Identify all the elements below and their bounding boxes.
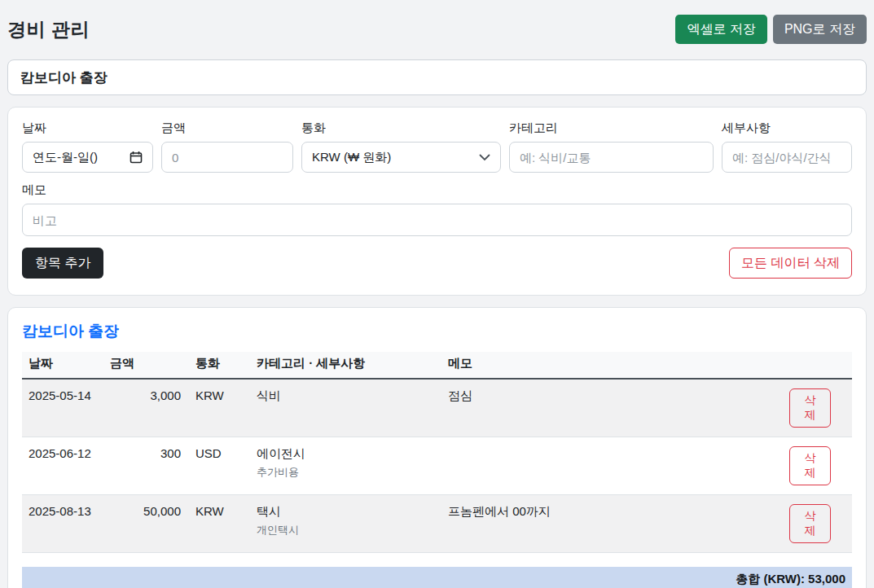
category-field-group: 카테고리 <box>509 121 714 173</box>
detail-field-group: 세부사항 <box>722 121 852 173</box>
save-excel-button[interactable]: 엑셀로 저장 <box>675 15 766 44</box>
trip-name-input[interactable] <box>7 59 867 95</box>
col-header-actions <box>783 352 852 379</box>
col-header-category-detail: 카테고리 · 세부사항 <box>250 352 441 379</box>
form-actions: 항목 추가 모든 데이터 삭제 <box>22 248 852 279</box>
expense-table-head: 날짜 금액 통화 카테고리 · 세부사항 메모 <box>22 352 852 379</box>
category-detail-text: 개인택시 <box>257 523 435 538</box>
expense-table: 날짜 금액 통화 카테고리 · 세부사항 메모 2025-05-14 3,000… <box>22 352 852 553</box>
trip-section-title: 캄보디아 출장 <box>22 321 852 342</box>
category-input[interactable] <box>509 142 714 173</box>
form-field-row: 날짜 연도-월-일() 금액 통화 KRW (₩ 원화) <box>22 121 852 173</box>
total-krw-label: 총합 (KRW): 53,000 <box>736 572 845 587</box>
date-input[interactable]: 연도-월-일() <box>22 142 153 173</box>
top-actions: 엑셀로 저장 PNG로 저장 <box>675 15 867 44</box>
memo-label: 메모 <box>22 182 852 198</box>
expense-table-card: 캄보디아 출장 날짜 금액 통화 카테고리 · 세부사항 메모 2025-05-… <box>7 307 867 588</box>
col-header-date: 날짜 <box>22 352 103 379</box>
col-header-currency: 통화 <box>189 352 250 379</box>
cell-memo: 프놈펜에서 00까지 <box>441 495 783 553</box>
cell-currency: USD <box>189 437 250 495</box>
category-detail-text: 추가비용 <box>257 465 435 480</box>
cell-date: 2025-08-13 <box>22 495 103 553</box>
cell-memo: 점심 <box>441 379 783 437</box>
cell-actions: 삭제 <box>783 437 852 495</box>
cell-amount: 50,000 <box>103 495 189 553</box>
cell-currency: KRW <box>189 495 250 553</box>
expense-table-body: 2025-05-14 3,000 KRW 식비 점심 삭제 2025-06-12… <box>22 379 852 553</box>
calendar-icon[interactable] <box>130 151 143 164</box>
currency-field-group: 통화 KRW (₩ 원화) <box>301 121 501 173</box>
detail-label: 세부사항 <box>722 121 852 136</box>
table-row: 2025-06-12 300 USD 에이전시 추가비용 삭제 <box>22 437 852 495</box>
currency-label: 통화 <box>301 121 501 136</box>
date-label: 날짜 <box>22 121 153 136</box>
add-item-button[interactable]: 항목 추가 <box>22 248 103 279</box>
cell-category: 식비 <box>250 379 441 437</box>
cell-date: 2025-05-14 <box>22 379 103 437</box>
col-header-amount: 금액 <box>103 352 189 379</box>
cell-date: 2025-06-12 <box>22 437 103 495</box>
table-row: 2025-08-13 50,000 KRW 택시 개인택시 프놈펜에서 00까지… <box>22 495 852 553</box>
col-header-memo: 메모 <box>441 352 783 379</box>
delete-row-button[interactable]: 삭제 <box>789 388 831 428</box>
cell-memo <box>441 437 783 495</box>
page-title: 경비 관리 <box>7 17 90 42</box>
chevron-down-icon <box>479 154 490 161</box>
amount-input[interactable] <box>161 142 293 173</box>
entry-form-card: 날짜 연도-월-일() 금액 통화 KRW (₩ 원화) <box>7 107 867 296</box>
cell-amount: 300 <box>103 437 189 495</box>
cell-amount: 3,000 <box>103 379 189 437</box>
cell-currency: KRW <box>189 379 250 437</box>
memo-input[interactable] <box>22 204 852 236</box>
currency-select[interactable]: KRW (₩ 원화) <box>301 142 501 173</box>
date-input-value: 연도-월-일() <box>33 150 98 165</box>
top-bar: 경비 관리 엑셀로 저장 PNG로 저장 <box>7 0 867 44</box>
cell-category: 에이전시 추가비용 <box>250 437 441 495</box>
delete-row-button[interactable]: 삭제 <box>789 446 831 485</box>
delete-row-button[interactable]: 삭제 <box>789 504 831 543</box>
category-text: 택시 <box>257 504 435 520</box>
category-text: 식비 <box>257 388 435 404</box>
detail-input[interactable] <box>722 142 852 173</box>
amount-label: 금액 <box>161 121 293 136</box>
category-label: 카테고리 <box>509 121 714 136</box>
totals-section: 총합 (KRW): 53,000 총합 (USD): 300 <box>22 567 852 588</box>
clear-all-data-button[interactable]: 모든 데이터 삭제 <box>729 248 852 279</box>
cell-actions: 삭제 <box>783 495 852 553</box>
category-text: 에이전시 <box>257 446 435 462</box>
amount-field-group: 금액 <box>161 121 293 173</box>
total-krw-row: 총합 (KRW): 53,000 <box>22 567 852 588</box>
date-field-group: 날짜 연도-월-일() <box>22 121 153 173</box>
cell-category: 택시 개인택시 <box>250 495 441 553</box>
table-row: 2025-05-14 3,000 KRW 식비 점심 삭제 <box>22 379 852 437</box>
cell-actions: 삭제 <box>783 379 852 437</box>
save-png-button[interactable]: PNG로 저장 <box>773 15 867 44</box>
currency-selected-value: KRW (₩ 원화) <box>312 150 391 165</box>
